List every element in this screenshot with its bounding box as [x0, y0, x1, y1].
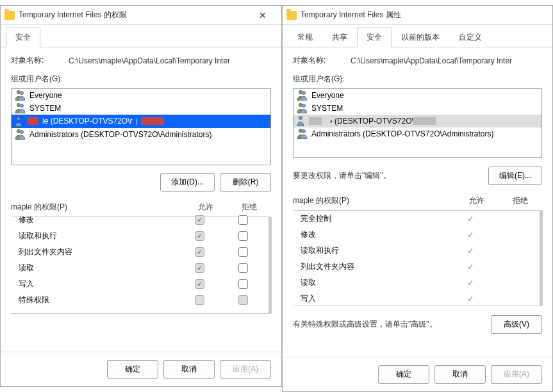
tab-security[interactable]: 安全: [6, 28, 40, 47]
user-row-maple[interactable]: le (DESKTOP-OTVS72O\r ）: [12, 115, 270, 128]
advanced-hint-text: 有关特殊权限或高级设置，请单击"高级"。: [293, 319, 486, 330]
perm-row: 写入: [11, 276, 267, 292]
user-icon: [297, 116, 308, 126]
allow-check-icon: ✓: [467, 230, 474, 240]
deny-checkbox[interactable]: [238, 215, 248, 225]
user-row-system[interactable]: SYSTEM: [12, 102, 270, 115]
groups-label: 组或用户名(G):: [293, 74, 542, 85]
deny-checkbox[interactable]: [238, 263, 248, 273]
perm-row: 读取 ✓: [293, 275, 538, 291]
allow-check-icon: ✓: [467, 246, 474, 256]
ok-button[interactable]: 确定: [107, 360, 158, 379]
apply-button[interactable]: 应用(A): [491, 365, 542, 384]
advanced-button[interactable]: 高级(V): [491, 315, 542, 334]
permissions-title: maple 的权限(P): [293, 195, 455, 206]
scrollbar[interactable]: [268, 217, 272, 313]
perm-name: 写入: [295, 293, 449, 304]
allow-checkbox[interactable]: [195, 295, 204, 305]
perm-name: 列出文件夹内容: [13, 247, 177, 257]
titlebar[interactable]: Temporary Internet Files 的权限 ✕: [1, 6, 281, 25]
allow-checkbox[interactable]: [195, 247, 204, 257]
titlebar[interactable]: Temporary Internet Files 属性: [283, 6, 552, 25]
perm-row: 读取和执行: [11, 228, 267, 244]
tabstrip: 常规 共享 安全 以前的版本 自定义: [283, 25, 552, 47]
permissions-header: maple 的权限(P) 允许 拒绝: [11, 202, 271, 213]
deny-column-header: 拒绝: [227, 202, 271, 213]
deny-checkbox[interactable]: [238, 295, 248, 305]
allow-column-header: 允许: [455, 195, 499, 206]
user-row-system[interactable]: SYSTEM: [293, 102, 541, 115]
allow-check-icon: ✓: [467, 278, 474, 288]
tab-share[interactable]: 共享: [322, 28, 357, 47]
deny-checkbox[interactable]: [238, 247, 248, 257]
dialog-footer: 确定 取消 应用(A): [1, 352, 281, 386]
allow-checkbox[interactable]: [195, 279, 204, 289]
tab-general[interactable]: 常规: [288, 28, 322, 47]
user-label: SYSTEM: [29, 104, 61, 113]
add-button[interactable]: 添加(D)...: [160, 173, 215, 192]
redaction-box: [413, 117, 436, 125]
permissions-list: 修改 读取和执行 列出文件夹内容 读取 写入: [11, 216, 271, 314]
allow-checkbox[interactable]: [195, 215, 204, 225]
group-icon: [297, 129, 308, 139]
cancel-button[interactable]: 取消: [434, 365, 486, 384]
allow-checkbox[interactable]: [195, 263, 204, 273]
deny-checkbox[interactable]: [238, 231, 248, 241]
perm-name: 修改: [13, 215, 177, 225]
user-label: SYSTEM: [311, 104, 343, 113]
group-icon: [15, 103, 26, 113]
allow-check-icon: ✓: [467, 294, 474, 304]
object-name-value: C:\Users\maple\AppData\Local\Temporary I…: [351, 56, 542, 65]
users-listbox[interactable]: Everyone SYSTEM › (DESKTOP-OTVS72O\r Adm…: [293, 88, 542, 158]
group-icon: [15, 129, 26, 140]
cancel-button[interactable]: 取消: [163, 360, 215, 379]
group-icon: [297, 103, 308, 113]
permissions-title: maple 的权限(P): [11, 202, 184, 213]
user-label: Administrators (DESKTOP-OTVS72O\Administ…: [29, 130, 212, 139]
perm-row: 读取: [11, 260, 267, 276]
permissions-dialog: Temporary Internet Files 的权限 ✕ 安全 对象名称: …: [0, 5, 282, 387]
perm-row: 完全控制 ✓: [293, 211, 538, 227]
remove-button[interactable]: 删除(R): [220, 173, 271, 192]
perm-name: 读取和执行: [295, 245, 449, 256]
redaction-box: [27, 117, 38, 125]
perm-name: 读取: [13, 263, 177, 274]
edit-button[interactable]: 编辑(E)...: [488, 167, 542, 185]
scrollbar[interactable]: [540, 211, 543, 306]
redaction-box: [141, 117, 164, 125]
user-row-admins[interactable]: Administrators (DESKTOP-OTVS72O\Administ…: [293, 127, 541, 140]
deny-column-header: 拒绝: [499, 195, 542, 206]
allow-checkbox[interactable]: [195, 231, 204, 241]
object-name-label: 对象名称:: [293, 55, 351, 66]
allow-column-header: 允许: [184, 202, 227, 213]
user-row-admins[interactable]: Administrators (DESKTOP-OTVS72O\Administ…: [12, 128, 270, 141]
perm-name: 写入: [13, 279, 177, 290]
user-icon: [15, 117, 26, 127]
perm-row: 列出文件夹内容: [11, 244, 267, 260]
group-icon: [15, 90, 26, 101]
close-icon[interactable]: ✕: [248, 6, 277, 25]
perm-name: 读取和执行: [13, 231, 177, 241]
tab-custom[interactable]: 自定义: [449, 28, 491, 47]
content-area: 对象名称: C:\Users\maple\AppData\Local\Tempo…: [1, 47, 281, 352]
edit-row: 要更改权限，请单击"编辑"。 编辑(E)...: [293, 167, 542, 185]
folder-icon: [4, 11, 15, 20]
tab-security[interactable]: 安全: [357, 28, 392, 47]
user-buttons-row: 添加(D)... 删除(R): [11, 173, 271, 192]
perm-row: 读取和执行 ✓: [293, 243, 538, 259]
ok-button[interactable]: 确定: [378, 365, 429, 384]
deny-checkbox[interactable]: [238, 279, 248, 289]
users-listbox[interactable]: Everyone SYSTEM le (DESKTOP-OTVS72O\r ） …: [11, 88, 271, 165]
allow-check-icon: ✓: [467, 214, 474, 224]
advanced-row: 有关特殊权限或高级设置，请单击"高级"。 高级(V): [293, 315, 542, 334]
perm-name: 列出文件夹内容: [295, 261, 449, 272]
user-row-maple[interactable]: › (DESKTOP-OTVS72O\r: [293, 115, 541, 127]
window-title: Temporary Internet Files 的权限: [19, 10, 248, 20]
user-label: › (DESKTOP-OTVS72O\r: [311, 117, 417, 126]
group-icon: [297, 90, 308, 101]
redaction-box: [309, 117, 322, 125]
user-row-everyone[interactable]: Everyone: [293, 89, 541, 102]
tab-previous[interactable]: 以前的版本: [392, 28, 449, 47]
user-row-everyone[interactable]: Everyone: [12, 89, 270, 102]
apply-button[interactable]: 应用(A): [220, 360, 271, 379]
